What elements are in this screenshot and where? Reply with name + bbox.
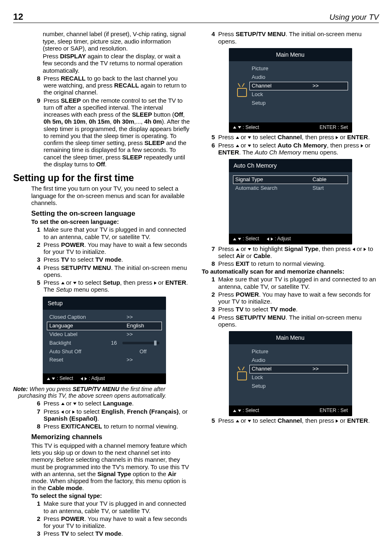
sub-set-language: To set the on-screen language: xyxy=(13,219,190,226)
osd-row-signal-type: Signal TypeCable xyxy=(233,175,348,184)
sub-select-signal: To select the signal type: xyxy=(13,493,190,500)
left-column: number, channel label (if preset), V-chi… xyxy=(13,30,190,537)
up-arrow-icon xyxy=(236,136,239,139)
osd-footer: : Select : Adjust xyxy=(43,373,166,384)
up-arrow-icon xyxy=(236,420,239,422)
down-arrow-icon xyxy=(248,145,251,147)
lang-step-5: 5 Press or to select Setup, then press o… xyxy=(13,279,190,293)
osd-row-audio: Audio xyxy=(249,356,348,365)
backlight-slider xyxy=(122,342,159,344)
osd-row-backlight: Backlight16 xyxy=(47,339,162,348)
osd-row-channel: Channel>> xyxy=(249,365,348,373)
osd-row-auto-shut-off: Auto Shut OffOff xyxy=(47,348,162,356)
down-arrow-icon xyxy=(248,136,251,139)
right-arrow-icon xyxy=(85,377,87,380)
right-arrow-icon xyxy=(271,237,273,241)
sig-step-7: 7 Press or to highlight Signal Type, the… xyxy=(202,245,379,260)
osd-title: Auto Ch Memory xyxy=(229,159,352,172)
page-number: 12 xyxy=(13,12,23,22)
lang-step-8: 8 Press EXIT/CANCEL to return to normal … xyxy=(13,423,190,430)
display-line: Press DISPLAY again to clear the display… xyxy=(13,53,190,74)
lang-step-4: 4 Press SETUP/TV MENU. The initial on-sc… xyxy=(13,264,190,279)
auto-step-2: 2 Press POWER. You may have to wait a fe… xyxy=(202,291,379,305)
main-menu-osd-1: Main Menu Picture Audio Channel>> Lock S… xyxy=(229,48,352,133)
right-column: 4 Press SETUP/TV MENU. The initial on-sc… xyxy=(202,30,379,537)
auto-step-1: 1 Make sure that your TV is plugged in a… xyxy=(202,276,379,290)
down-arrow-icon xyxy=(248,248,251,251)
left-arrow-icon xyxy=(267,237,269,241)
up-arrow-icon xyxy=(61,282,65,284)
lang-step-7: 7 Press or to select English, French (Fr… xyxy=(13,408,190,422)
sig-step-2: 2 Press POWER. You may have to wait a fe… xyxy=(13,515,190,530)
auto-step-5: 5 Press or to select Channel, then press… xyxy=(202,417,379,424)
osd-title: Main Menu xyxy=(229,48,352,61)
sig-step-5: 5 Press or to select Channel, then press… xyxy=(202,134,379,140)
intro-tail: number, channel label (if preset), V-chi… xyxy=(13,30,190,52)
down-arrow-icon xyxy=(238,126,241,129)
osd-row-audio: Audio xyxy=(249,73,348,82)
osd-row-video-label: Video Label>> xyxy=(47,330,162,339)
auto-step-3: 3 Press TV to select TV mode. xyxy=(202,306,379,313)
header-title: Using your TV xyxy=(330,13,379,22)
lang-step-2: 2 Press POWER. You may have to wait a fe… xyxy=(13,241,190,256)
tv-icon xyxy=(236,87,246,95)
up-arrow-icon xyxy=(61,403,65,405)
down-arrow-icon xyxy=(238,410,241,412)
down-arrow-icon xyxy=(73,403,76,405)
lang-step-6: 6 Press or to select Language. xyxy=(13,400,190,407)
down-arrow-icon xyxy=(248,420,251,422)
down-arrow-icon xyxy=(238,238,241,240)
up-arrow-icon xyxy=(236,248,239,251)
auto-step-4: 4 Press SETUP/TV MENU. The initial on-sc… xyxy=(202,314,379,328)
down-arrow-icon xyxy=(52,378,55,380)
sig-step-8: 8 Press EXIT to return to normal viewing… xyxy=(202,260,379,267)
osd-row-language: LanguageEnglish xyxy=(47,322,162,330)
up-arrow-icon xyxy=(233,238,236,240)
sub-auto-scan: To automatically scan for and memorize c… xyxy=(202,268,379,275)
up-arrow-icon xyxy=(236,145,239,147)
page-header: 12 Using your TV xyxy=(13,12,379,23)
osd-footer: : Select : Adjust xyxy=(229,234,352,244)
osd-row-setup: Setup xyxy=(249,382,348,391)
osd-title: Main Menu xyxy=(229,331,352,344)
osd-row-lock: Lock xyxy=(249,373,348,382)
osd-footer: : Select ENTER : Set xyxy=(229,122,352,133)
lang-step-1: 1 Make sure that your TV is plugged in a… xyxy=(13,226,190,240)
step-9: 9 Press SLEEP on the remote control to s… xyxy=(13,97,190,168)
lang-step-3: 3 Press TV to select TV mode. xyxy=(13,256,190,263)
osd-row-picture: Picture xyxy=(249,348,348,356)
memorizing-intro: This TV is equipped with a channel memor… xyxy=(13,442,190,492)
up-arrow-icon xyxy=(233,126,236,129)
setup-note: Note: When you press SETUP/TV MENU the f… xyxy=(13,386,190,399)
osd-row-lock: Lock xyxy=(249,90,348,99)
setup-osd: Setup Closed Caption>> LanguageEnglish V… xyxy=(43,297,166,385)
down-arrow-icon xyxy=(73,282,76,284)
auto-ch-memory-osd: Auto Ch Memory Signal TypeCable Automati… xyxy=(229,159,352,244)
sig-step-6: 6 Press or to select Auto Ch Memory, the… xyxy=(202,142,379,156)
step-8: 8 Press RECALL to go back to the last ch… xyxy=(13,75,190,96)
left-arrow-icon xyxy=(81,377,83,380)
osd-row-picture: Picture xyxy=(249,64,348,73)
osd-row-channel: Channel>> xyxy=(249,82,348,90)
osd-row-reset: Reset>> xyxy=(47,356,162,364)
up-arrow-icon xyxy=(233,410,236,412)
heading-setting-up: Setting up for the first time xyxy=(13,173,190,183)
tv-icon xyxy=(236,371,246,379)
sig-step-1: 1 Make sure that your TV is plugged in a… xyxy=(13,500,190,514)
first-time-intro: The first time you turn on your TV, you … xyxy=(13,185,190,206)
heading-memorizing: Memorizing channels xyxy=(13,433,190,441)
osd-title: Setup xyxy=(43,297,166,310)
osd-row-closed-caption: Closed Caption>> xyxy=(47,313,162,322)
osd-row-auto-search: Automatic SearchStart xyxy=(233,184,348,193)
heading-language: Setting the on-screen language xyxy=(13,210,190,218)
main-menu-osd-2: Main Menu Picture Audio Channel>> Lock S… xyxy=(229,331,352,416)
osd-row-setup: Setup xyxy=(249,99,348,108)
sig-step-4: 4 Press SETUP/TV MENU. The initial on-sc… xyxy=(202,30,379,45)
osd-footer: : Select ENTER : Set xyxy=(229,405,352,416)
sig-step-3: 3 Press TV to select TV mode. xyxy=(13,530,190,537)
up-arrow-icon xyxy=(47,378,50,380)
